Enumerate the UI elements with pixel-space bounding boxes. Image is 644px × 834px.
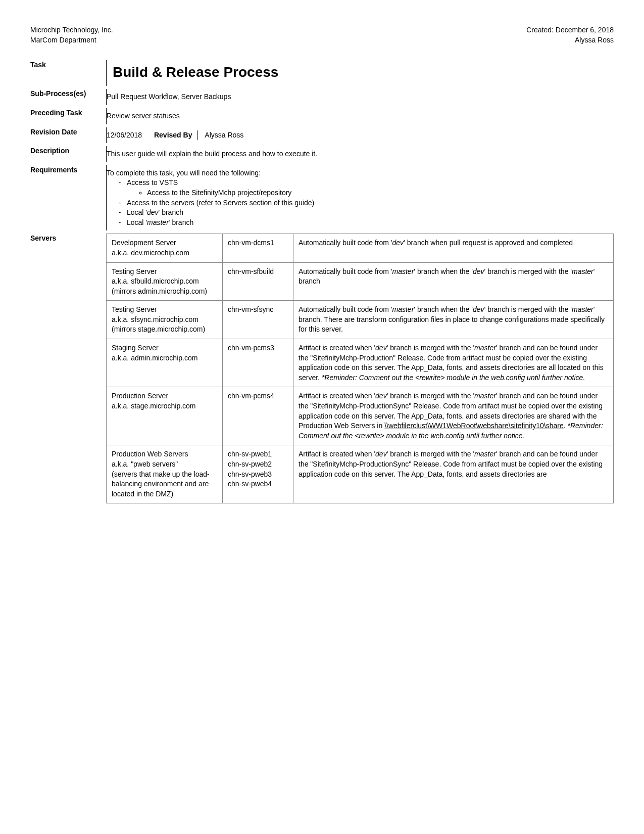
label-revised-by: Revised By	[154, 130, 197, 141]
table-row: Testing Servera.k.a. sfsync.microchip.co…	[107, 301, 614, 339]
servers-table: Development Servera.k.a. dev.microchip.c…	[106, 234, 614, 503]
label-subprocess: Sub-Process(es)	[30, 89, 106, 99]
label-preceding: Preceding Task	[30, 108, 106, 118]
label-revision-date: Revision Date	[30, 127, 106, 137]
table-row: Staging Servera.k.a. admin.microchip.com…	[107, 339, 614, 387]
req-item: Access to the servers (refer to Servers …	[127, 198, 614, 208]
req-item: Local 'master' branch	[127, 218, 614, 228]
server-name-cell: Production Web Serversa.k.a. "pweb serve…	[107, 445, 223, 503]
department-name: MarCom Department	[30, 35, 113, 45]
document-title: Build & Release Process	[113, 60, 614, 86]
table-row: Development Servera.k.a. dev.microchip.c…	[107, 234, 614, 262]
server-host-cell: chn-vm-pcms4	[223, 387, 293, 445]
server-desc-cell: Artifact is created when 'dev' branch is…	[293, 445, 614, 503]
row-description: Description This user guide will explain…	[30, 146, 614, 162]
row-requirements: Requirements To complete this task, you …	[30, 165, 614, 231]
author-name: Alyssa Ross	[526, 35, 614, 45]
server-desc-cell: Artifact is created when 'dev' branch is…	[293, 387, 614, 445]
server-name-cell: Testing Servera.k.a. sfsync.microchip.co…	[107, 301, 223, 339]
subprocess-value: Pull Request Workflow, Server Backups	[106, 89, 614, 105]
document-header: Microchip Technology, Inc. MarCom Depart…	[30, 25, 614, 45]
label-task: Task	[30, 60, 106, 70]
server-host-cell: chn-sv-pweb1chn-sv-pweb2chn-sv-pweb3chn-…	[223, 445, 293, 503]
table-row: Production Web Serversa.k.a. "pweb serve…	[107, 445, 614, 503]
header-left: Microchip Technology, Inc. MarCom Depart…	[30, 25, 113, 45]
server-host-cell: chn-vm-dcms1	[223, 234, 293, 262]
server-name-cell: Development Servera.k.a. dev.microchip.c…	[107, 234, 223, 262]
requirements-list: Access to VSTS Access to the SitefinityM…	[127, 178, 614, 227]
preceding-value: Review server statuses	[106, 108, 614, 124]
requirements-intro: To complete this task, you will need the…	[107, 168, 614, 178]
row-servers: Servers Development Servera.k.a. dev.mic…	[30, 234, 614, 503]
row-revision: Revision Date 12/06/2018 Revised By Alys…	[30, 127, 614, 144]
table-row: Production Servera.k.a. stage.microchip.…	[107, 387, 614, 445]
server-name-cell: Testing Servera.k.a. sfbuild.microchip.c…	[107, 262, 223, 301]
label-requirements: Requirements	[30, 165, 106, 175]
description-value: This user guide will explain the build p…	[106, 146, 614, 162]
revised-by-value: Alyssa Ross	[205, 130, 243, 141]
header-right: Created: December 6, 2018 Alyssa Ross	[526, 25, 614, 45]
row-subprocess: Sub-Process(es) Pull Request Workflow, S…	[30, 89, 614, 105]
revision-date-value: 12/06/2018	[107, 130, 142, 141]
server-host-cell: chn-vm-pcms3	[223, 339, 293, 387]
req-subitem: Access to the SitefinityMchp project/rep…	[147, 188, 614, 198]
req-item: Local 'dev' branch	[127, 208, 614, 218]
server-host-cell: chn-vm-sfsync	[223, 301, 293, 339]
server-desc-cell: Automatically built code from 'dev' bran…	[293, 234, 614, 262]
server-desc-cell: Artifact is created when 'dev' branch is…	[293, 339, 614, 387]
server-desc-cell: Automatically built code from 'master' b…	[293, 262, 614, 301]
document-body: Task Build & Release Process Sub-Process…	[30, 60, 614, 506]
server-host-cell: chn-vm-sfbuild	[223, 262, 293, 301]
label-description: Description	[30, 146, 106, 156]
row-preceding: Preceding Task Review server statuses	[30, 108, 614, 124]
server-name-cell: Production Servera.k.a. stage.microchip.…	[107, 387, 223, 445]
server-desc-cell: Automatically built code from 'master' b…	[293, 301, 614, 339]
created-date: Created: December 6, 2018	[526, 25, 614, 35]
server-name-cell: Staging Servera.k.a. admin.microchip.com	[107, 339, 223, 387]
label-servers: Servers	[30, 234, 106, 244]
row-task: Task Build & Release Process	[30, 60, 614, 86]
req-item: Access to VSTS Access to the SitefinityM…	[127, 178, 614, 198]
company-name: Microchip Technology, Inc.	[30, 25, 113, 35]
table-row: Testing Servera.k.a. sfbuild.microchip.c…	[107, 262, 614, 301]
